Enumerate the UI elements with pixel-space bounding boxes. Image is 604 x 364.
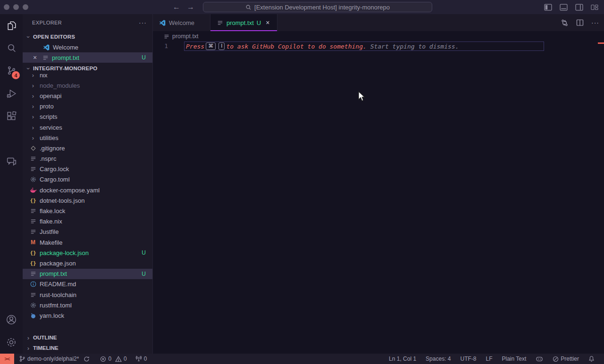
tree-folder-scripts[interactable]: ›scripts [23,112,152,122]
tree-folder-utilities[interactable]: ›utilities [23,132,152,143]
tree-file-Justfile[interactable]: Justfile [23,227,152,237]
status-bar: >< demo-only/delphai2* 0 0 0 Ln 1, Col 1… [0,354,604,364]
chevron-right-icon: › [29,124,37,131]
problems-item[interactable]: 0 0 [97,354,129,364]
breadcrumb-file: prompt.txt [172,33,199,40]
tree-folder-nix[interactable]: ›nix [23,74,152,80]
cursor-position-item[interactable]: Ln 1, Col 1 [386,354,419,364]
sync-icon [84,356,90,362]
tree-item-label: services [40,124,62,131]
copilot-icon [536,356,543,362]
language-mode-item[interactable]: Plain Text [499,354,529,364]
navigate-forward-icon[interactable]: → [187,3,194,11]
git-status-badge: U [142,54,146,61]
explorer-more-actions-icon[interactable]: ··· [139,19,147,26]
tree-item-label: node_modules [40,82,80,89]
git-status-badge: U [142,249,146,256]
tree-file-.gitignore[interactable]: .gitignore [23,143,152,153]
tree-file-flake.nix[interactable]: flake.nix [23,216,152,227]
account-icon[interactable] [0,308,23,331]
tree-item-label: docker-compose.yaml [40,187,100,194]
git-branch-item[interactable]: demo-only/delphai2* [16,354,92,364]
close-window-button[interactable] [4,4,9,10]
open-editor-prompt-txt[interactable]: × prompt.txt U [23,52,152,63]
encoding-item[interactable]: UTF-8 [457,354,479,364]
tree-file-.nsprc[interactable]: .nsprc [23,154,152,164]
tree-item-label: proto [40,103,54,110]
activity-bar: 4 [0,14,23,354]
tree-file-Cargo.lock[interactable]: Cargo.lock [23,164,152,174]
tree-folder-openapi[interactable]: ›openapi [23,91,152,101]
tree-file-Makefile[interactable]: MMakefile [23,237,152,248]
tree-item-label: .gitignore [40,145,65,152]
tree-folder-services[interactable]: ›services [23,122,152,132]
outline-section-header[interactable]: › OUTLINE [23,332,152,343]
settings-gear-icon[interactable] [0,331,23,354]
tree-file-flake.lock[interactable]: flake.lock [23,206,152,216]
remote-indicator[interactable]: >< [0,354,14,364]
extensions-icon[interactable] [0,105,23,127]
tree-item-label: rustfmt.toml [40,302,72,309]
source-control-icon[interactable]: 4 [0,59,23,82]
tree-file-README.md[interactable]: README.md [23,279,152,290]
tree-file-rustfmt.toml[interactable]: rustfmt.toml [23,300,152,310]
timeline-section-header[interactable]: › TIMELINE [23,343,152,353]
explorer-icon[interactable] [0,14,23,37]
open-editors-header[interactable]: › OPEN EDITORS [23,32,152,42]
tree-folder-node_modules[interactable]: ›node_modules [23,80,152,91]
indentation-item[interactable]: Spaces: 4 [423,354,453,364]
tree-file-dotnet-tools.json[interactable]: {}dotnet-tools.json [23,195,152,206]
copilot-ghost-text: Press ⌘ I to ask GitHub Copilot to do so… [184,41,544,51]
file-lines-icon [29,270,37,278]
tree-file-rust-toolchain[interactable]: rust-toolchain [23,290,152,300]
editor-group[interactable]: Welcome prompt.txt U × ··· prompt.txt [153,14,604,354]
navigate-back-icon[interactable]: ← [173,3,180,11]
eol-item[interactable]: LF [483,354,495,364]
open-changes-icon[interactable] [561,19,569,27]
toggle-secondary-sidebar-icon[interactable] [575,4,583,11]
split-editor-icon[interactable] [576,19,584,26]
notifications-item[interactable] [586,354,597,364]
git-status-badge: U [142,271,146,277]
editor-tabs-bar: Welcome prompt.txt U × ··· [153,14,604,31]
tree-file-yarn.lock[interactable]: yarn.lock [23,310,152,321]
copilot-status-item[interactable] [533,354,546,364]
open-editor-welcome[interactable]: Welcome [23,42,152,52]
close-tab-icon[interactable]: × [266,19,269,26]
command-center-search[interactable]: [Extension Development Host] integrity-m… [203,2,432,12]
yarn-icon [29,312,37,319]
open-editor-label: prompt.txt [52,54,79,61]
tree-file-package.json[interactable]: {}package.json [23,258,152,268]
breadcrumb[interactable]: prompt.txt [153,31,604,41]
tree-item-label: Cargo.lock [40,165,69,173]
run-debug-icon[interactable] [0,82,23,105]
toggle-sidebar-icon[interactable] [544,4,552,11]
tree-item-label: scripts [40,113,58,120]
comments-icon[interactable] [0,150,23,173]
tab-prompt-txt[interactable]: prompt.txt U × [210,14,277,31]
customize-layout-icon[interactable] [591,4,598,11]
formatter-item[interactable]: Prettier [550,354,582,364]
maximize-window-button[interactable] [23,4,28,10]
more-editor-actions-icon[interactable]: ··· [591,19,599,26]
close-editor-icon[interactable]: × [31,54,39,61]
braces-icon: {} [29,249,37,256]
chevron-right-icon: › [25,334,32,341]
toggle-panel-icon[interactable] [560,4,568,11]
git-branch-icon [19,356,25,362]
warning-count: 0 [124,356,127,362]
tree-file-package-lock.json[interactable]: {}package-lock.jsonU [23,248,152,258]
tree-item-label: utilities [40,134,59,141]
tree-file-prompt.txt[interactable]: prompt.txtU [23,269,152,279]
tree-file-Cargo.toml[interactable]: Cargo.toml [23,174,152,185]
ports-item[interactable]: 0 [133,354,150,364]
minimize-window-button[interactable] [13,4,19,10]
code-area[interactable]: 1 Press ⌘ I to ask GitHub Copilot to do … [153,41,604,354]
search-view-icon[interactable] [0,37,23,59]
tree-folder-proto[interactable]: ›proto [23,101,152,112]
tab-welcome[interactable]: Welcome [153,14,210,31]
chevron-down-icon: › [25,65,32,72]
chevron-right-icon: › [29,74,37,79]
tree-file-docker-compose.yaml[interactable]: docker-compose.yaml [23,185,152,195]
workspace-section-header[interactable]: › INTEGRITY-MONOREPO [23,63,152,74]
